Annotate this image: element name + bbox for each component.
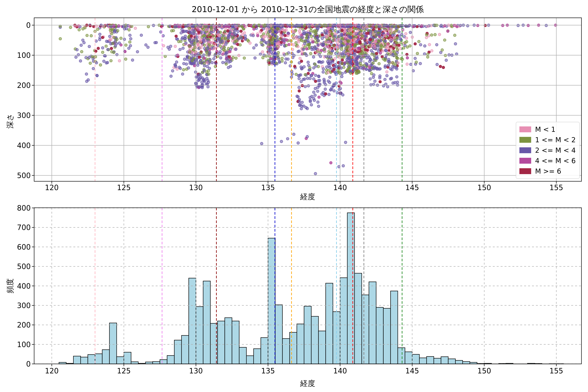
histogram-y-tick-label: 300	[17, 301, 31, 310]
histogram-xlabel: 経度	[300, 378, 315, 388]
histogram-y-tick-label: 400	[17, 282, 31, 290]
scatter-y-tick-label: 0	[26, 21, 31, 30]
legend-swatch-icon	[520, 137, 531, 143]
histogram-y-tick-label: 600	[17, 243, 31, 251]
legend-label: M >= 6	[535, 167, 561, 175]
earthquake-figure: 2010-12-01 から 2010-12-31の全国地震の経度と深さの関係 深…	[0, 0, 588, 392]
histogram-ylabel: 頻度	[5, 278, 15, 293]
scatter-y-tick-label: 300	[17, 111, 31, 120]
histogram-x-tick-label: 145	[406, 367, 419, 375]
scatter-ylabel: 深さ	[5, 113, 15, 128]
legend-swatch-icon	[520, 126, 531, 132]
scatter-y-tick-label: 400	[17, 141, 31, 150]
scatter-x-tick-label: 130	[189, 184, 203, 192]
histogram-x-tick-label: 150	[478, 367, 491, 375]
histogram-x-tick-label: 135	[261, 367, 275, 375]
legend-entry: 4 <= M < 6	[520, 156, 576, 165]
magnitude-legend: M < 11 <= M < 22 <= M < 44 <= M < 6M >= …	[516, 122, 580, 179]
histogram-y-tick-label: 0	[26, 360, 31, 368]
scatter-x-tick-label: 135	[261, 184, 275, 192]
scatter-x-tick-label: 125	[117, 184, 131, 192]
legend-swatch-icon	[520, 158, 531, 164]
legend-swatch-icon	[520, 147, 531, 153]
histogram-x-tick-label: 120	[45, 367, 59, 375]
legend-entry: M < 1	[520, 125, 576, 134]
legend-entry: M >= 6	[520, 167, 576, 176]
scatter-y-tick-label: 100	[17, 51, 31, 60]
scatter-x-tick-label: 150	[478, 184, 491, 192]
histogram-y-tick-label: 200	[17, 321, 31, 329]
legend-label: 4 <= M < 6	[535, 157, 576, 165]
figure-title: 2010-12-01 から 2010-12-31の全国地震の経度と深さの関係	[192, 4, 424, 15]
scatter-xlabel: 経度	[300, 192, 315, 202]
legend-entry: 1 <= M < 2	[520, 136, 576, 144]
legend-swatch-icon	[520, 168, 531, 174]
legend-entry: 2 <= M < 4	[520, 146, 576, 154]
histogram-y-tick-label: 100	[17, 340, 31, 348]
histogram-x-tick-label: 125	[117, 367, 131, 375]
histogram-y-tick-label: 800	[17, 204, 31, 212]
scatter-x-tick-label: 145	[406, 184, 419, 192]
scatter-x-tick-label: 155	[550, 184, 563, 192]
histogram-x-tick-label: 155	[550, 367, 563, 375]
histogram-x-tick-label: 130	[189, 367, 203, 375]
legend-label: 1 <= M < 2	[535, 136, 576, 144]
scatter-y-tick-label: 500	[17, 171, 31, 180]
charts-canvas	[0, 0, 588, 392]
scatter-x-tick-label: 120	[45, 184, 59, 192]
scatter-y-tick-label: 200	[17, 81, 31, 90]
legend-label: M < 1	[535, 126, 556, 134]
histogram-y-tick-label: 500	[17, 262, 31, 271]
histogram-x-tick-label: 140	[333, 367, 347, 375]
scatter-x-tick-label: 140	[333, 184, 347, 192]
histogram-y-tick-label: 700	[17, 223, 31, 232]
legend-label: 2 <= M < 4	[535, 146, 576, 154]
